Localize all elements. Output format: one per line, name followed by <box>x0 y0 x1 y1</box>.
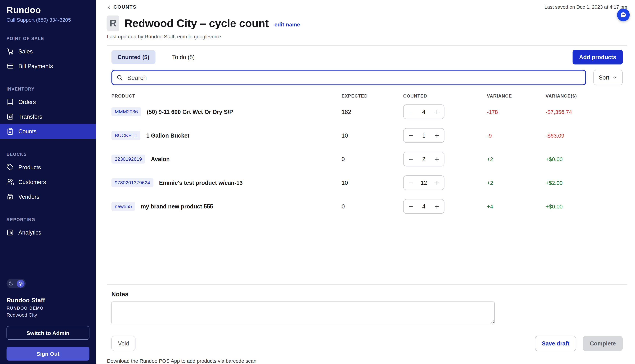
expected-value: 10 <box>342 132 403 139</box>
col-header-variance: VARIANCE <box>487 94 546 98</box>
chat-fab-button[interactable] <box>617 9 630 21</box>
sidebar-item-label: Vendors <box>18 194 39 200</box>
sidebar-item-orders[interactable]: Orders <box>0 94 96 109</box>
divider <box>107 45 627 46</box>
decrement-button[interactable] <box>407 108 414 116</box>
decrement-button[interactable] <box>407 202 414 210</box>
cart-icon <box>7 48 14 55</box>
sidebar-item-transfers[interactable]: Transfers <box>0 109 96 124</box>
void-button[interactable]: Void <box>111 336 136 351</box>
decrement-button[interactable] <box>407 132 414 139</box>
tab-todo[interactable]: To do (5) <box>166 50 201 64</box>
counted-value[interactable]: 1 <box>422 132 425 139</box>
sun-icon <box>17 280 25 288</box>
tabs-row: Counted (5) To do (5) Add products <box>107 50 627 65</box>
edit-name-link[interactable]: edit name <box>274 22 300 28</box>
chevron-left-icon <box>107 5 111 9</box>
product-name: (50) 9-11 600 Grt Wet Or Dry S/P <box>147 108 233 115</box>
sidebar-item-products[interactable]: Products <box>0 160 96 175</box>
sidebar-item-sales[interactable]: Sales <box>0 44 96 59</box>
table-row: 9780201379624 Emmie's test product w/ean… <box>111 171 623 195</box>
decrement-button[interactable] <box>407 179 414 186</box>
counted-value[interactable]: 12 <box>421 180 427 186</box>
product-sku-badge[interactable]: 9780201379624 <box>111 178 153 187</box>
credit-card-icon <box>7 62 14 70</box>
decrement-button[interactable] <box>407 155 414 163</box>
counted-stepper: 4 <box>403 199 444 214</box>
variance-usd-value: +$0.00 <box>546 203 623 209</box>
variance-value: +2 <box>487 180 546 186</box>
counted-stepper: 4 <box>403 104 444 119</box>
increment-button[interactable] <box>433 132 441 139</box>
counted-cell: 12 <box>403 176 487 190</box>
theme-toggle[interactable] <box>7 278 26 288</box>
counted-cell: 1 <box>403 128 487 143</box>
section-blocks: BLOCKS <box>7 152 90 157</box>
variance-value: -178 <box>487 109 546 115</box>
search-input[interactable] <box>127 74 581 81</box>
sidebar-item-label: Products <box>18 164 41 170</box>
counted-value[interactable]: 4 <box>422 203 425 210</box>
expected-value: 0 <box>342 203 403 210</box>
product-name: 1 Gallon Bucket <box>146 132 189 139</box>
counted-value[interactable]: 2 <box>422 156 425 162</box>
table-row: BUCKET1 1 Gallon Bucket 10 1 -9 -$63.09 <box>111 124 623 147</box>
increment-button[interactable] <box>433 155 441 163</box>
sidebar-item-label: Sales <box>18 48 33 55</box>
tab-counted[interactable]: Counted (5) <box>111 50 155 64</box>
counted-stepper: 12 <box>403 176 444 190</box>
title-row: R Redwood City – cycle count edit name <box>107 16 627 31</box>
sidebar-item-label: Orders <box>18 99 36 106</box>
search-icon <box>116 74 123 81</box>
variance-usd-value: -$63.09 <box>546 132 623 138</box>
sidebar-item-customers[interactable]: Customers <box>0 175 96 189</box>
col-header-variance-usd: VARIANCE($) <box>546 94 623 98</box>
profile-location: Redwood City <box>7 312 90 318</box>
call-support-link[interactable]: Call Support (650) 334-3205 <box>0 17 96 23</box>
topbar: COUNTS Last saved on Dec 1, 2023 at 4:17… <box>107 3 627 11</box>
product-sku-badge[interactable]: new555 <box>111 202 135 211</box>
table-row: new555 my brand new product 555 0 4 +4 +… <box>111 194 623 218</box>
product-sku-badge[interactable]: MMM2036 <box>111 107 141 116</box>
switch-to-admin-button[interactable]: Switch to Admin <box>7 326 90 340</box>
sidebar-item-vendors[interactable]: Vendors <box>0 189 96 204</box>
counted-stepper: 1 <box>403 128 444 143</box>
notes-textarea[interactable] <box>111 301 495 324</box>
increment-button[interactable] <box>433 202 441 210</box>
product-cell: 9780201379624 Emmie's test product w/ean… <box>111 178 342 187</box>
product-sku-badge[interactable]: BUCKET1 <box>111 131 140 140</box>
sidebar-item-analytics[interactable]: Analytics <box>0 225 96 240</box>
sign-out-button[interactable]: Sign Out <box>7 347 90 361</box>
barcode-hint-text: Download the Rundoo POS App to add produ… <box>107 358 627 364</box>
search-row: Sort <box>107 70 627 85</box>
increment-button[interactable] <box>433 179 441 186</box>
section-reporting: REPORTING <box>7 217 90 222</box>
complete-button[interactable]: Complete <box>583 336 623 351</box>
variance-usd-value: +$0.00 <box>546 156 623 162</box>
add-products-button[interactable]: Add products <box>572 50 623 64</box>
count-table: PRODUCT EXPECTED COUNTED VARIANCE VARIAN… <box>107 94 627 218</box>
footer-actions: Void Save draft Complete <box>107 336 627 351</box>
save-draft-button[interactable]: Save draft <box>535 336 576 351</box>
section-inventory: INVENTORY <box>7 86 90 92</box>
profile-name: Rundoo Staff <box>7 296 90 304</box>
counted-value[interactable]: 4 <box>422 108 425 115</box>
product-sku-badge[interactable]: 2230192619 <box>111 155 145 164</box>
variance-usd-value: -$7,356.74 <box>546 109 623 115</box>
sidebar-item-bill-payments[interactable]: Bill Payments <box>0 59 96 74</box>
variance-value: -9 <box>487 132 546 138</box>
rundoo-logo: Rundoo <box>0 5 96 16</box>
sidebar-item-label: Counts <box>18 128 37 134</box>
sidebar-item-label: Analytics <box>18 229 41 236</box>
back-to-counts-link[interactable]: COUNTS <box>107 4 137 10</box>
increment-button[interactable] <box>433 108 441 116</box>
profile-org: RUNDOO DEMO <box>7 306 90 310</box>
page-title: Redwood City – cycle count <box>124 17 269 30</box>
notes-label: Notes <box>111 290 623 297</box>
counts-icon <box>7 128 14 135</box>
sort-button[interactable]: Sort <box>593 70 623 85</box>
product-cell: new555 my brand new product 555 <box>111 202 342 211</box>
store-icon <box>7 193 14 200</box>
sidebar-item-counts[interactable]: Counts <box>0 124 96 139</box>
product-name: my brand new product 555 <box>141 203 213 210</box>
